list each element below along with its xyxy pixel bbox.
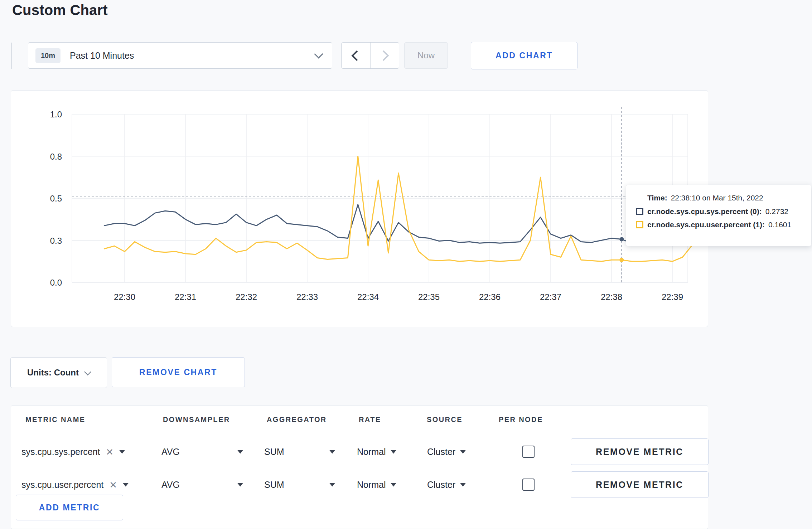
chevron-right-icon bbox=[378, 50, 389, 61]
caret-down-icon bbox=[391, 450, 396, 453]
svg-text:1.0: 1.0 bbox=[50, 110, 62, 119]
time-range-label: Past 10 Minutes bbox=[70, 50, 315, 61]
add-metric-button[interactable]: ADD METRIC bbox=[16, 495, 123, 520]
svg-text:22:31: 22:31 bbox=[175, 292, 196, 302]
column-header-aggregator: AGGREGATOR bbox=[267, 416, 327, 424]
units-dropdown[interactable]: Units: Count bbox=[10, 357, 107, 388]
tooltip-series-name: cr.node.sys.cpu.user.percent (1): bbox=[647, 220, 765, 229]
next-time-button[interactable] bbox=[370, 43, 399, 68]
caret-down-icon bbox=[237, 450, 243, 453]
clear-metric-icon[interactable]: ✕ bbox=[109, 480, 117, 489]
chart-tooltip: Time:22:38:10 on Mar 15th, 2022 cr.node.… bbox=[626, 185, 811, 246]
aggregator-dropdown[interactable]: SUM bbox=[264, 447, 335, 457]
downsampler-dropdown[interactable]: AVG bbox=[161, 447, 243, 457]
svg-text:22:39: 22:39 bbox=[662, 292, 683, 302]
line-chart[interactable]: 1.00.80.50.30.022:3022:3122:3222:3322:34… bbox=[11, 91, 709, 327]
source-value: Cluster bbox=[427, 480, 455, 490]
column-header-per-node: PER NODE bbox=[499, 416, 543, 424]
time-range-badge: 10m bbox=[35, 48, 61, 63]
now-button[interactable]: Now bbox=[404, 42, 448, 69]
tooltip-series-value: 0.1601 bbox=[768, 220, 791, 229]
tooltip-series-value: 0.2732 bbox=[765, 207, 788, 216]
svg-text:0.5: 0.5 bbox=[50, 194, 62, 203]
downsampler-value: AVG bbox=[161, 447, 180, 457]
caret-down-icon bbox=[460, 450, 466, 453]
remove-metric-button[interactable]: REMOVE METRIC bbox=[571, 471, 709, 498]
clear-metric-icon[interactable]: ✕ bbox=[106, 447, 114, 456]
rate-value: Normal bbox=[357, 447, 386, 457]
downsampler-value: AVG bbox=[161, 480, 180, 490]
caret-down-icon bbox=[119, 450, 125, 453]
add-chart-button[interactable]: ADD CHART bbox=[471, 42, 577, 69]
aggregator-dropdown[interactable]: SUM bbox=[264, 480, 335, 490]
column-header-metric-name: METRIC NAME bbox=[25, 416, 86, 424]
tooltip-time-row: Time:22:38:10 on Mar 15th, 2022 bbox=[636, 194, 811, 202]
chevron-down-icon bbox=[84, 368, 91, 375]
metric-name-value: sys.cpu.user.percent bbox=[21, 480, 103, 490]
svg-text:22:33: 22:33 bbox=[296, 292, 318, 302]
toolbar-divider bbox=[11, 43, 12, 69]
remove-metric-button[interactable]: REMOVE METRIC bbox=[571, 438, 709, 465]
chart-card: 1.00.80.50.30.022:3022:3122:3222:3322:34… bbox=[11, 90, 708, 327]
tooltip-time-value: 22:38:10 on Mar 15th, 2022 bbox=[671, 194, 763, 202]
column-header-downsampler: DOWNSAMPLER bbox=[163, 416, 230, 424]
per-node-cell bbox=[522, 446, 535, 458]
column-header-rate: RATE bbox=[359, 416, 381, 424]
svg-text:22:34: 22:34 bbox=[357, 292, 379, 302]
source-dropdown[interactable]: Cluster bbox=[427, 480, 466, 490]
tooltip-series-row: cr.node.sys.cpu.user.percent (1): 0.1601 bbox=[636, 220, 811, 229]
caret-down-icon bbox=[460, 483, 466, 486]
time-pager bbox=[341, 42, 399, 69]
tooltip-time-label: Time: bbox=[647, 194, 667, 202]
page-title: Custom Chart bbox=[12, 2, 108, 18]
svg-text:22:36: 22:36 bbox=[479, 292, 501, 302]
rate-dropdown[interactable]: Normal bbox=[357, 480, 396, 490]
caret-down-icon bbox=[123, 483, 129, 486]
aggregator-value: SUM bbox=[264, 480, 284, 490]
chevron-left-icon bbox=[352, 50, 362, 61]
units-label: Units: Count bbox=[27, 368, 79, 378]
svg-text:22:37: 22:37 bbox=[540, 292, 561, 302]
metric-name-value: sys.cpu.sys.percent bbox=[21, 447, 100, 457]
series-swatch-icon bbox=[636, 221, 643, 228]
svg-text:22:35: 22:35 bbox=[418, 292, 440, 302]
aggregator-value: SUM bbox=[264, 447, 284, 457]
series-swatch-icon bbox=[636, 208, 643, 215]
rate-value: Normal bbox=[357, 480, 386, 490]
caret-down-icon bbox=[329, 450, 335, 453]
source-value: Cluster bbox=[427, 447, 455, 457]
svg-text:0.0: 0.0 bbox=[50, 278, 62, 287]
source-dropdown[interactable]: Cluster bbox=[427, 447, 466, 457]
metric-name-dropdown[interactable]: sys.cpu.sys.percent ✕ bbox=[21, 447, 125, 457]
chevron-down-icon bbox=[314, 49, 323, 58]
tooltip-series-name: cr.node.sys.cpu.sys.percent (0): bbox=[647, 207, 762, 216]
metric-row: sys.cpu.sys.percent ✕ AVG SUM Normal Clu… bbox=[11, 435, 708, 468]
svg-text:0.3: 0.3 bbox=[50, 236, 62, 246]
prev-time-button[interactable] bbox=[342, 43, 370, 68]
caret-down-icon bbox=[237, 483, 243, 486]
per-node-cell bbox=[522, 479, 535, 491]
remove-chart-button[interactable]: REMOVE CHART bbox=[112, 357, 245, 387]
caret-down-icon bbox=[391, 483, 396, 486]
metric-name-dropdown[interactable]: sys.cpu.user.percent ✕ bbox=[21, 480, 129, 490]
svg-text:22:38: 22:38 bbox=[601, 292, 622, 302]
svg-text:22:30: 22:30 bbox=[114, 292, 135, 302]
svg-text:0.8: 0.8 bbox=[50, 152, 62, 161]
rate-dropdown[interactable]: Normal bbox=[357, 447, 396, 457]
svg-text:22:32: 22:32 bbox=[236, 292, 257, 302]
tooltip-series-row: cr.node.sys.cpu.sys.percent (0): 0.2732 bbox=[636, 207, 811, 216]
per-node-checkbox[interactable] bbox=[522, 479, 535, 491]
time-range-selector[interactable]: 10m Past 10 Minutes bbox=[28, 42, 332, 69]
column-header-source: SOURCE bbox=[427, 416, 463, 424]
per-node-checkbox[interactable] bbox=[522, 446, 535, 458]
caret-down-icon bbox=[329, 483, 335, 486]
downsampler-dropdown[interactable]: AVG bbox=[161, 480, 243, 490]
